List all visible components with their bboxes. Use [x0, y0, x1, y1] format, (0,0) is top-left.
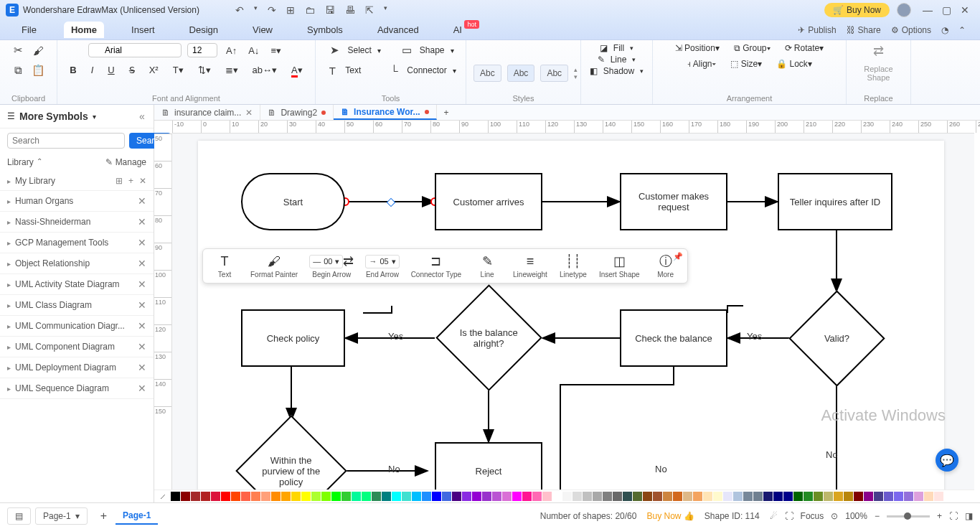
print-icon[interactable]: 🖶 — [345, 4, 355, 16]
increase-font-icon[interactable]: A↑ — [223, 44, 240, 57]
library-item[interactable]: ▸UML Component Diagram✕ — [0, 337, 154, 357]
share-button[interactable]: ⛓Share — [847, 25, 881, 35]
color-swatch[interactable] — [271, 492, 281, 501]
close-lib-icon[interactable]: ✕ — [138, 278, 146, 290]
shape-reject[interactable]: Reject — [435, 442, 542, 490]
close-lib-icon[interactable]: ✕ — [138, 362, 146, 373]
color-swatch[interactable] — [382, 492, 391, 501]
buy-link[interactable]: Buy Now 👍 — [646, 511, 694, 521]
color-swatch[interactable] — [482, 492, 491, 501]
library-item[interactable]: ▸Nassi-Shneiderman✕ — [0, 212, 154, 233]
style-up-icon[interactable]: ▴ — [574, 66, 578, 73]
focus-button[interactable]: Focus — [801, 511, 824, 521]
shadow-set-icon[interactable]: ◧ — [590, 66, 598, 76]
library-item[interactable]: ▸Human Organs✕ — [0, 191, 154, 212]
zoom-in-icon[interactable]: + — [937, 511, 942, 521]
replace-shape-button[interactable]: Replace Shape — [864, 65, 892, 82]
pin-icon[interactable]: 📌 — [673, 252, 683, 261]
connector-icon[interactable]: └ — [387, 63, 401, 78]
user-avatar[interactable] — [897, 3, 911, 17]
collapse-ribbon-icon[interactable]: ⌃ — [958, 25, 966, 35]
color-swatch[interactable] — [442, 492, 451, 501]
minimize-icon[interactable]: — — [918, 4, 937, 16]
color-swatch[interactable] — [372, 492, 381, 501]
color-swatch[interactable] — [874, 492, 883, 501]
redo-icon[interactable]: ↷ — [268, 4, 276, 16]
replace-shape-icon[interactable]: ⇄ — [873, 43, 884, 59]
library-item[interactable]: ▸GCP Management Tools✕ — [0, 233, 154, 253]
connector-floating-toolbar[interactable]: TText 🖌Format Painter — 00 ▾ ⇄Begin Arro… — [202, 248, 688, 284]
close-lib-icon[interactable]: ✕ — [138, 341, 146, 352]
strike-icon[interactable]: S̶ — [126, 63, 138, 77]
publish-button[interactable]: ✈Publish — [798, 25, 836, 35]
library-heading[interactable]: Library — [7, 157, 34, 167]
shape-purview-decision[interactable]: Within the purview of the policy — [235, 415, 347, 490]
style-down-icon[interactable]: ▾ — [574, 73, 578, 80]
library-item[interactable]: ▸UML Sequence Diagram✕ — [0, 378, 154, 399]
close-lib-icon[interactable]: ✕ — [138, 299, 146, 311]
close-lib-icon[interactable]: ✕ — [138, 237, 146, 248]
fit-icon[interactable]: ⊙ — [831, 511, 838, 521]
zoom-value[interactable]: 100% — [845, 511, 867, 521]
color-swatch[interactable] — [773, 492, 783, 501]
pointer-icon[interactable]: ➤ — [327, 43, 341, 57]
color-swatch[interactable] — [402, 492, 411, 501]
page-layout-icon[interactable]: ▤ — [7, 507, 31, 525]
doc-tab-1[interactable]: 🗎insurance claim...✕ — [154, 105, 260, 120]
float-format-painter[interactable]: 🖌Format Painter — [250, 253, 298, 278]
save-icon[interactable]: 🖫 — [325, 4, 335, 16]
color-swatch[interactable] — [562, 492, 572, 501]
options-button[interactable]: ⚙Options — [891, 25, 931, 35]
group-button[interactable]: ⧉ Group▾ — [734, 43, 771, 53]
more-symbols-button[interactable]: More Symbols — [19, 111, 88, 122]
page-selector[interactable]: Page-1 ▾ — [35, 507, 88, 525]
canvas[interactable]: Start Customer arrives Customer makes re… — [172, 134, 974, 490]
shadow-button[interactable]: Shadow — [603, 66, 634, 76]
color-swatch[interactable] — [221, 492, 230, 501]
color-swatch[interactable] — [753, 492, 763, 501]
color-swatch[interactable] — [904, 492, 913, 501]
more-qat-icon[interactable]: ▾ — [384, 4, 387, 16]
menu-design[interactable]: Design — [182, 22, 225, 38]
library-item[interactable]: ▸Object Relationship✕ — [0, 253, 154, 274]
underline-icon[interactable]: U — [105, 63, 117, 77]
line-spacing-icon[interactable]: ⇅▾ — [195, 63, 214, 77]
color-swatch[interactable] — [824, 492, 833, 501]
color-swatch[interactable] — [211, 492, 220, 501]
color-swatch[interactable] — [613, 492, 622, 501]
manage-button[interactable]: ✎ Manage — [105, 157, 146, 167]
style-preset-1[interactable]: Abc — [473, 65, 501, 82]
color-swatch[interactable] — [723, 492, 732, 501]
color-swatch[interactable] — [804, 492, 813, 501]
color-swatch[interactable] — [492, 492, 501, 501]
color-swatch[interactable] — [552, 492, 562, 501]
align-button[interactable]: ⫞ Align▾ — [687, 59, 716, 69]
color-swatch[interactable] — [432, 492, 441, 501]
position-button[interactable]: ⇲ Position▾ — [675, 43, 720, 53]
color-swatch[interactable] — [593, 492, 602, 501]
color-swatch[interactable] — [261, 492, 270, 501]
color-swatch[interactable] — [241, 492, 250, 501]
color-swatch[interactable] — [462, 492, 471, 501]
case-icon[interactable]: T▾ — [170, 63, 187, 77]
add-tab-button[interactable]: + — [437, 105, 456, 120]
float-connector-type[interactable]: ⊐Connector Type — [411, 253, 461, 278]
color-swatch[interactable] — [914, 492, 923, 501]
text-direction-icon[interactable]: ab↔▾ — [250, 63, 280, 77]
color-swatch[interactable] — [311, 492, 321, 501]
float-text[interactable]: TText — [210, 253, 239, 278]
color-swatch[interactable] — [573, 492, 582, 501]
color-swatch[interactable] — [392, 492, 401, 501]
undo-icon[interactable]: ↶ — [235, 4, 244, 16]
float-end-arrow[interactable]: → 05 ▾End Arrow — [365, 253, 399, 278]
color-swatch[interactable] — [934, 492, 943, 501]
chat-bubble-icon[interactable]: 💬 — [936, 449, 958, 472]
open-icon[interactable]: 🗀 — [305, 4, 315, 16]
drawing-page[interactable]: Start Customer arrives Customer makes re… — [198, 141, 944, 490]
color-swatch[interactable] — [352, 492, 361, 501]
close-lib-icon[interactable]: ✕ — [138, 320, 146, 332]
color-swatch[interactable] — [502, 492, 512, 501]
copy-icon[interactable]: ⧉ — [11, 63, 26, 78]
shape-check-balance[interactable]: Check the balance — [620, 309, 727, 367]
library-item-mylibrary[interactable]: ▸My Library⊞+✕ — [0, 172, 154, 191]
